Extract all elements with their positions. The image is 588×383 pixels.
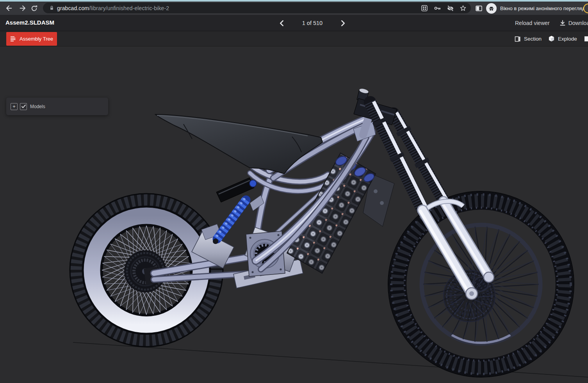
url-bar[interactable]: grabcad.com/library/unfinished-electric-… [43,3,471,13]
explode-cube-icon [548,36,555,42]
preview-hidden-button[interactable] [445,3,456,14]
assembly-tree-button[interactable]: Assembly Tree [6,32,57,46]
model-viewport[interactable]: + Models [0,46,588,383]
incognito-circle [486,3,497,14]
page-indicator: 1 of 510 [302,20,323,26]
back-arrow-icon [5,4,13,12]
header-actions: Reload viewer Download [515,15,588,31]
head-tube [363,117,369,135]
incognito-badge: Вікно в режимі анонімного перегляду [486,3,588,14]
forward-arrow-icon [18,4,27,12]
check-icon [21,104,26,109]
chevron-left-icon [279,20,284,27]
incognito-label: Вікно в режимі анонімного перегляду [500,5,588,11]
pagination: 1 of 510 [276,15,349,31]
assembly-tree-icon [10,36,16,42]
incognito-icon [488,5,495,12]
side-panel-icon [475,4,483,12]
download-button[interactable]: Download [559,20,588,26]
download-label: Download [568,20,588,26]
expand-plus-icon: + [12,104,16,109]
tab-organize-button[interactable] [419,3,430,14]
reload-viewer-button[interactable]: Reload viewer [515,20,550,26]
next-page-button[interactable] [337,17,349,29]
lock-icon [48,5,55,11]
battery-pack [287,153,394,273]
tree-root-label: Models [30,104,45,109]
model-title: Assem2.SLDASM [5,19,54,26]
url-host: grabcad.com [57,5,89,11]
star-icon [459,4,467,12]
electric-bike-3d-model [0,46,588,383]
front-wheel [388,191,574,377]
key-icon [433,4,442,12]
eye-off-icon [446,4,454,12]
shock-reservoir-cap [249,180,257,187]
explode-label: Explode [558,36,577,42]
forward-button[interactable] [17,2,29,14]
section-icon [515,36,521,42]
download-icon [559,20,566,26]
back-button[interactable] [3,2,15,14]
explode-button[interactable]: Explode [548,31,577,46]
chevron-right-icon [340,20,346,27]
visibility-checkbox[interactable] [20,103,27,110]
url-path: /library/unfinished-electric-bike-2 [89,5,169,11]
apps-grid-icon [421,4,428,12]
reload-icon [30,4,38,12]
prev-page-button[interactable] [276,17,287,29]
expand-button[interactable]: + [11,103,18,110]
reload-button[interactable] [28,2,40,14]
bookmark-star-button[interactable] [458,3,469,14]
section-button[interactable]: Section [515,31,542,46]
assembly-tree-panel: + Models [6,98,108,115]
browser-toolbar: grabcad.com/library/unfinished-electric-… [0,2,588,15]
section-label: Section [524,36,542,42]
password-manager-button[interactable] [432,3,443,14]
assembly-tree-label: Assembly Tree [20,36,53,42]
url-text: grabcad.com/library/unfinished-electric-… [57,5,169,11]
clipped-toolbar-icon[interactable] [584,36,588,41]
viewer-toolbar: Assembly Tree Section Explode [0,31,588,46]
side-panel-button[interactable] [473,3,484,14]
viewer-header: Assem2.SLDASM 1 of 510 Reload viewer Dow… [0,15,588,31]
